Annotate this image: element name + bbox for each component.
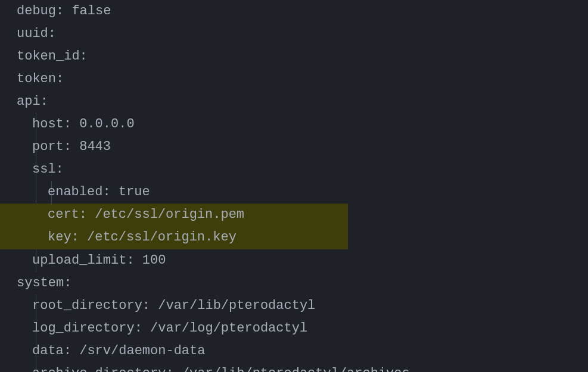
yaml-key: log_directory: — [32, 321, 142, 336]
yaml-line-log-directory: log_directory: /var/log/pterodactyl — [17, 317, 588, 340]
yaml-line-system: system: — [17, 272, 588, 295]
yaml-value: /etc/ssl/origin.pem — [87, 207, 244, 222]
yaml-value: /var/lib/pterodactyl — [150, 298, 315, 313]
yaml-line-root-directory: root_directory: /var/lib/pterodactyl — [17, 295, 588, 317]
api-block: host: 0.0.0.0 port: 8443 ssl: enabled: t… — [17, 113, 588, 271]
yaml-key: cert: — [48, 207, 87, 222]
ssl-block: enabled: true cert: /etc/ssl/origin.pem … — [17, 181, 588, 249]
yaml-key: debug: — [17, 4, 64, 18]
yaml-key: system: — [17, 276, 71, 290]
yaml-value: 0.0.0.0 — [71, 117, 135, 132]
yaml-line-debug: debug: false — [17, 0, 588, 23]
yaml-line-key-highlighted: key: /etc/ssl/origin.key — [17, 226, 588, 249]
yaml-value: 8443 — [71, 139, 111, 154]
yaml-line-archive-directory: archive_directory: /var/lib/pterodactyl/… — [17, 362, 588, 372]
yaml-line-token-id: token_id: — [17, 45, 588, 68]
yaml-key: uuid: — [17, 26, 56, 41]
yaml-key: api: — [17, 94, 48, 109]
yaml-line-cert-highlighted: cert: /etc/ssl/origin.pem — [17, 204, 588, 226]
yaml-key: token: — [17, 71, 64, 86]
yaml-key: root_directory: — [32, 298, 150, 313]
yaml-line-token: token: — [17, 68, 588, 90]
yaml-value: /var/lib/pterodactyl/archives — [174, 366, 410, 372]
yaml-value: /etc/ssl/origin.key — [79, 230, 237, 245]
yaml-line-upload-limit: upload_limit: 100 — [17, 249, 588, 272]
yaml-line-host: host: 0.0.0.0 — [17, 113, 588, 136]
yaml-line-enabled: enabled: true — [17, 181, 588, 204]
yaml-line-api: api: — [17, 90, 588, 113]
yaml-key: ssl: — [32, 162, 64, 177]
yaml-key: token_id: — [17, 49, 88, 64]
yaml-key: upload_limit: — [32, 253, 135, 268]
yaml-value: false — [64, 4, 111, 18]
yaml-code-block: debug: false uuid: token_id: token: api:… — [0, 0, 588, 372]
yaml-value: /srv/daemon-data — [71, 343, 205, 358]
yaml-line-uuid: uuid: — [17, 23, 588, 45]
yaml-line-data: data: /srv/daemon-data — [17, 340, 588, 362]
yaml-line-ssl: ssl: — [17, 158, 588, 181]
yaml-value: true — [111, 185, 150, 199]
yaml-key: key: — [48, 230, 79, 245]
yaml-value: /var/log/pterodactyl — [142, 321, 307, 336]
yaml-key: data: — [32, 343, 71, 358]
yaml-key: port: — [32, 139, 71, 154]
yaml-key: enabled: — [48, 185, 111, 199]
yaml-value: 100 — [135, 253, 166, 268]
yaml-key: archive_directory: — [32, 366, 174, 372]
yaml-key: host: — [32, 117, 71, 132]
yaml-line-port: port: 8443 — [17, 136, 588, 158]
system-block: root_directory: /var/lib/pterodactyl log… — [17, 295, 588, 372]
